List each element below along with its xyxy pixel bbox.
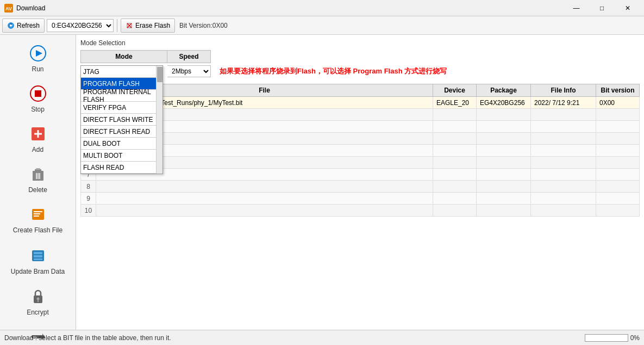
table-row[interactable]: 8	[81, 181, 640, 193]
refresh-icon	[7, 22, 15, 29]
create-flash-label: Create Flash File	[13, 226, 62, 235]
cell-package	[477, 133, 531, 145]
cell-package	[477, 193, 531, 205]
cell-device	[433, 133, 477, 145]
speed-select[interactable]: 2Mbps	[167, 65, 211, 77]
table-row[interactable]: 7	[81, 169, 640, 181]
progress-label: 0%	[630, 334, 640, 342]
dropdown-option-dual-boot[interactable]: DUAL BOOT	[81, 138, 162, 150]
sidebar-item-delete[interactable]: Delete	[5, 160, 71, 198]
cell-fileinfo	[531, 181, 596, 193]
scrollbar-thumb	[157, 67, 162, 82]
dropdown-option-jtag[interactable]: JTAG	[81, 66, 162, 78]
speed-column-header: Speed	[167, 50, 211, 63]
mode-column-header: Mode	[80, 50, 167, 63]
cell-device	[433, 181, 477, 193]
toolbar: Refresh 0:EG4X20BG256 Erase Flash Bit Ve…	[0, 16, 644, 35]
cell-bitversion	[596, 205, 640, 217]
cell-bitversion: 0X00	[596, 97, 640, 109]
dropdown-option-direct-flash-read[interactable]: DIRECT FLASH READ	[81, 126, 162, 138]
title-bar-left: AV Download	[4, 4, 45, 13]
bit-version-text: Bit Version:0X00	[179, 22, 228, 29]
cell-fileinfo	[531, 169, 596, 181]
svg-rect-22	[34, 215, 39, 217]
encrypt-label: Encrypt	[27, 309, 49, 316]
refresh-button[interactable]: Refresh	[2, 19, 45, 33]
bram-icon	[28, 246, 48, 266]
table-row[interactable]: 2	[81, 109, 640, 121]
cell-file	[96, 181, 433, 193]
sidebar-item-stop[interactable]: Stop	[5, 79, 71, 118]
dropdown-option-flash-read[interactable]: FLASH READ	[81, 162, 162, 174]
table-row[interactable]: 4	[81, 133, 640, 145]
table-row[interactable]: 3	[81, 121, 640, 133]
cell-bitversion	[596, 169, 640, 181]
erase-icon	[126, 22, 133, 29]
encrypt-icon	[28, 287, 48, 306]
annotation-text: 如果要选择将程序烧录到Flash，可以选择 Program Flash 方式进行…	[220, 66, 447, 76]
table-row[interactable]: 6	[81, 157, 640, 169]
stop-icon	[28, 84, 48, 103]
svg-rect-20	[34, 211, 42, 212]
table-row[interactable]: 1rk_ebd_al/MyTest/MyTest_Runs/phy_1/MyTe…	[81, 97, 640, 109]
cell-package	[477, 169, 531, 181]
cell-bitversion	[596, 133, 640, 145]
svg-rect-25	[34, 255, 42, 257]
svg-point-28	[36, 298, 39, 300]
progress-area: 0%	[585, 334, 640, 342]
status-bar: Download : select a BIT file in the tabl…	[0, 330, 644, 345]
table-row[interactable]: 5	[81, 145, 640, 157]
window-title: Download	[16, 4, 45, 12]
title-bar-controls: — □ ✕	[564, 3, 640, 14]
cell-device	[433, 157, 477, 169]
dropdown-option-direct-flash-write[interactable]: DIRECT FLASH WRITE	[81, 114, 162, 126]
delete-icon	[28, 164, 48, 184]
flash-icon	[28, 205, 48, 224]
mode-speed-header-row: Mode Speed	[80, 50, 640, 63]
cell-device	[433, 205, 477, 217]
cell-package	[477, 121, 531, 133]
sidebar-item-encrypt[interactable]: Encrypt	[5, 282, 71, 321]
cell-device	[433, 169, 477, 181]
status-message: Download : select a BIT file in the tabl…	[4, 334, 171, 342]
dropdown-option-verify-fpga[interactable]: VERIFY FPGA	[81, 102, 162, 114]
stop-label: Stop	[31, 106, 45, 113]
svg-rect-15	[36, 168, 40, 170]
cell-bitversion	[596, 145, 640, 157]
delete-label: Delete	[28, 186, 47, 194]
cell-package	[477, 145, 531, 157]
sidebar-item-add[interactable]: Add	[5, 120, 71, 158]
mode-dropdown[interactable]: JTAG PROGRAM FLASH PROGRAM INTERNAL FLAS…	[80, 65, 163, 174]
maximize-button[interactable]: □	[590, 3, 614, 14]
dropdown-option-multi-boot[interactable]: MULTI BOOT	[81, 150, 162, 162]
minimize-button[interactable]: —	[564, 3, 589, 14]
mode-speed-control-row: JTAG PROGRAM FLASH PROGRAM INTERNAL FLAS…	[80, 65, 640, 77]
cell-row-num: 10	[81, 205, 96, 217]
device-select[interactable]: 0:EG4X20BG256	[47, 19, 114, 32]
toolbar-separator	[117, 19, 117, 32]
close-button[interactable]: ✕	[615, 3, 640, 14]
table-row[interactable]: 9	[81, 193, 640, 205]
cell-package	[477, 109, 531, 121]
table-row[interactable]: 10	[81, 205, 640, 217]
cell-package	[477, 205, 531, 217]
erase-flash-button[interactable]: Erase Flash	[121, 19, 175, 33]
update-bram-label: Update Bram Data	[11, 268, 65, 276]
cell-device	[433, 193, 477, 205]
svg-rect-26	[34, 258, 42, 260]
sidebar-item-create-flash[interactable]: Create Flash File	[5, 200, 71, 239]
main-layout: Run Stop Add	[0, 35, 644, 330]
sidebar-item-update-bram[interactable]: Update Bram Data	[5, 242, 71, 281]
cell-fileinfo	[531, 133, 596, 145]
col-header-package: Package	[477, 84, 531, 97]
svg-marker-7	[36, 50, 42, 57]
dropdown-option-program-internal-flash[interactable]: PROGRAM INTERNAL FLASH	[81, 90, 162, 102]
cell-bitversion	[596, 181, 640, 193]
app-icon: AV	[4, 4, 13, 13]
sidebar-item-run[interactable]: Run	[5, 39, 71, 77]
add-label: Add	[32, 146, 43, 153]
cell-device	[433, 121, 477, 133]
cell-row-num: 8	[81, 181, 96, 193]
cell-fileinfo	[531, 145, 596, 157]
cell-bitversion	[596, 109, 640, 121]
